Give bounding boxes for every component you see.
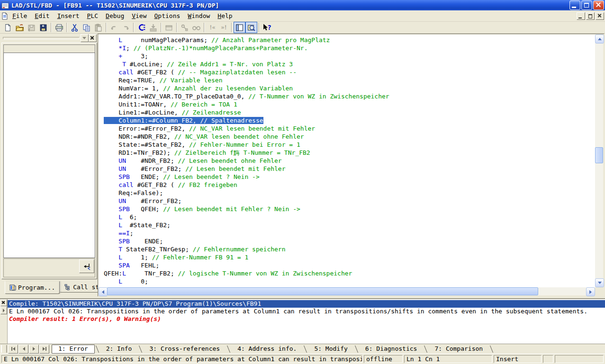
scroll-left-button[interactable]: [99, 287, 108, 296]
undo-button[interactable]: [108, 22, 120, 33]
tab-program-elements[interactable]: Program...: [5, 281, 60, 294]
code-line[interactable]: Unit1:=TOANr, // Bereich = TOA 1: [104, 100, 595, 108]
code-line[interactable]: ==I;: [104, 229, 595, 237]
insert-network-button[interactable]: [163, 22, 175, 33]
code-line[interactable]: L numMagPlaceParams; // Anzahl Parameter…: [104, 36, 595, 44]
code-line[interactable]: Error:=#Error_FB2, // NC_VAR lesen beend…: [104, 124, 595, 133]
restore-button[interactable]: [581, 0, 592, 10]
menu-item-plc[interactable]: PLC: [83, 11, 102, 20]
output-tab-6[interactable]: 6: Diagnostics: [359, 345, 424, 353]
tabbar-gripper[interactable]: [1, 345, 7, 353]
scroll-down-button[interactable]: [595, 278, 604, 287]
next-error-button[interactable]: »!: [218, 22, 230, 33]
first-tab-button[interactable]: [8, 345, 18, 354]
scroll-right-button[interactable]: [586, 287, 595, 296]
minimize-button[interactable]: [569, 0, 580, 10]
compile-message-selected[interactable]: Compile: T1502\SINUMERIK\CPU 317F-3 PN/D…: [8, 300, 605, 308]
code-line[interactable]: call #GET_FB2 ( // -- Magazinplatzdaten …: [104, 68, 595, 76]
output-tab-2[interactable]: 2: Info: [100, 345, 138, 353]
panel-gripper[interactable]: [3, 37, 80, 39]
code-line-selected[interactable]: Column1:=#Column_FB2, // Spaltenadresse: [104, 116, 595, 124]
cut-button[interactable]: [69, 22, 81, 33]
print-button[interactable]: [53, 22, 65, 33]
redo-button[interactable]: [120, 22, 132, 33]
code-line[interactable]: call #GET_FB2 ( // FB2 freigeben: [104, 181, 595, 189]
menu-item-debug[interactable]: Debug: [102, 11, 128, 20]
mdi-restore-button[interactable]: [586, 12, 595, 20]
monitor-glasses-button[interactable]: [190, 22, 202, 33]
code-line[interactable]: SPA FEHL;: [104, 261, 595, 269]
panel-close-button[interactable]: [89, 34, 97, 42]
download-button[interactable]: [147, 22, 159, 33]
save-button[interactable]: [37, 22, 49, 33]
symbol-node-button[interactable]: [179, 22, 190, 33]
code-line[interactable]: NumVar:= 1, // Anzahl der zu lesenden Va…: [104, 84, 595, 92]
code-line[interactable]: L 1; // Fehler-Nummer FB 91 = 1: [104, 253, 595, 261]
panel-dropdown-button[interactable]: [81, 34, 89, 42]
output-tab-7[interactable]: 7: Comparison: [428, 345, 489, 353]
output-expand-button[interactable]: [0, 306, 7, 314]
menu-item-edit[interactable]: Edit: [31, 11, 53, 20]
error-message[interactable]: E Ln 000167 Col 026: Transpositions in t…: [8, 308, 605, 315]
menu-item-view[interactable]: View: [128, 11, 150, 20]
menu-item-file[interactable]: File: [9, 11, 31, 20]
code-line[interactable]: + 3;: [104, 52, 595, 60]
code-line[interactable]: SPB ENDE; // Lesen beendet ? Nein ->: [104, 173, 595, 181]
copy-button[interactable]: [81, 22, 92, 33]
code-area[interactable]: L numMagPlaceParams; // Anzahl Parameter…: [99, 35, 595, 287]
output-side-strip: [0, 299, 8, 344]
jump-back-button[interactable]: [79, 259, 94, 273]
save-source-button[interactable]: [26, 22, 37, 33]
code-line[interactable]: Req:=TRUE, // Variable lesen: [104, 76, 595, 84]
menu-item-window[interactable]: Window: [184, 11, 214, 20]
output-tab-4[interactable]: 4: Address info.: [231, 345, 303, 353]
code-line[interactable]: *I; // (PlatzNr.-1)*numMagPlaceParams+Pa…: [104, 44, 595, 52]
program-elements-list[interactable]: [3, 53, 95, 258]
previous-error-button[interactable]: !«: [206, 22, 218, 33]
code-line[interactable]: SPB ENDE;: [104, 237, 595, 245]
vertical-scroll-thumb[interactable]: [595, 147, 603, 163]
output-tab-5[interactable]: 5: Modify: [308, 345, 353, 353]
code-line[interactable]: L #State_FB2;: [104, 221, 595, 229]
mdi-minimize-button[interactable]: [577, 12, 585, 20]
menu-item-options[interactable]: Options: [151, 11, 184, 20]
paste-button[interactable]: [92, 22, 104, 33]
code-line[interactable]: T #LocLine; // Zeile Addr1 = T-Nr. von P…: [104, 60, 595, 68]
close-button[interactable]: [593, 0, 604, 10]
code-line[interactable]: SPB QFEH; // Lesen beendet mit Fehler ? …: [104, 205, 595, 213]
code-line[interactable]: NDR:=#NDR_FB2, // NC_VAR lesen beendet o…: [104, 133, 595, 141]
code-line[interactable]: UN #NDR_FB2; // Lesen beendet ohne Fehle…: [104, 157, 595, 165]
code-line[interactable]: L 6;: [104, 213, 595, 221]
next-tab-button[interactable]: [29, 345, 39, 354]
mdi-close-button[interactable]: [596, 12, 604, 20]
code-line[interactable]: UN #Error_FB2;: [104, 197, 595, 205]
previous-tab-button[interactable]: [18, 345, 28, 354]
code-line[interactable]: UN #Error_FB2; // Lesen beendet mit Fehl…: [104, 165, 595, 173]
last-tab-button[interactable]: [39, 345, 49, 354]
vertical-scrollbar[interactable]: [595, 35, 603, 287]
code-line[interactable]: State:=#State_FB2, // Fehler-Nummer bei …: [104, 141, 595, 149]
overview-toggle-button[interactable]: [234, 22, 245, 33]
call-monitor-button[interactable]: [135, 22, 147, 33]
menu-item-insert[interactable]: Insert: [54, 11, 83, 20]
open-button[interactable]: [14, 22, 26, 33]
code-line[interactable]: L 0;: [104, 277, 595, 285]
code-line[interactable]: Addr1:=WZV_VAR.TO_TP_placeData0_0, // T-…: [104, 92, 595, 100]
horizontal-scroll-thumb[interactable]: [107, 287, 538, 295]
output-tab-3[interactable]: 3: Cross-references: [143, 345, 226, 353]
code-line[interactable]: Line1:=#LocLine, // Zeilenadresse: [104, 108, 595, 116]
output-tab-1[interactable]: 1: Error: [52, 345, 95, 354]
code-line[interactable]: Req:=False);: [104, 189, 595, 197]
horizontal-scrollbar[interactable]: [99, 287, 595, 295]
new-button[interactable]: [2, 22, 14, 33]
code-line[interactable]: RD1:=TNr_FB2); // Zielbereich f黣 T-Numme…: [104, 149, 595, 157]
code-line[interactable]: QFEH:L TNr_FB2; // logische T-Nummer von…: [104, 269, 595, 277]
document-system-icon[interactable]: [1, 12, 9, 20]
help-button[interactable]: ?: [261, 22, 273, 33]
detail-view-toggle-button[interactable]: [245, 22, 257, 33]
menu-item-help[interactable]: Help: [214, 11, 236, 20]
arrow-right-icon: [33, 347, 37, 351]
code-line[interactable]: T StateFB2_TNrGesp; // Fehlernummer spei…: [104, 245, 595, 253]
output-close-button[interactable]: [0, 300, 7, 306]
scroll-up-button[interactable]: [595, 35, 604, 44]
